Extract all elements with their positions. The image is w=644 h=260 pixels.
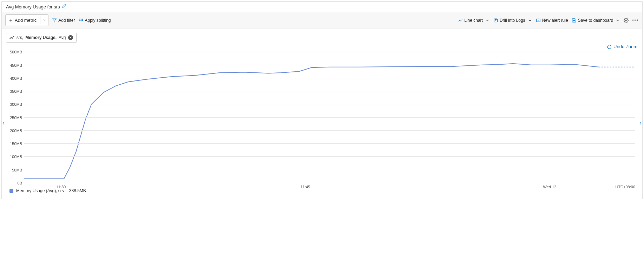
chart-nav-left[interactable]	[1, 121, 6, 127]
y-gridline: 150MB	[24, 143, 635, 144]
svg-point-9	[10, 38, 11, 39]
svg-point-10	[11, 37, 12, 38]
undo-icon	[607, 44, 612, 49]
y-tick-label: 200MB	[5, 129, 22, 133]
x-tick-label: Wed 12	[543, 185, 557, 189]
x-tick-label: 11:30	[56, 185, 66, 189]
undo-zoom-label: Undo Zoom	[613, 44, 637, 49]
panel-title: Avg Memory Usage for srs	[6, 4, 60, 9]
undo-zoom-button[interactable]: Undo Zoom	[607, 44, 637, 49]
toolbar-left: Add metric Add filter Apply splitting	[5, 14, 111, 26]
svg-point-3	[79, 20, 80, 21]
svg-point-5	[82, 20, 83, 21]
y-tick-label: 250MB	[5, 116, 22, 120]
add-metric-label: Add metric	[15, 18, 37, 23]
y-tick-label: 50MB	[5, 168, 22, 172]
y-tick-label: 450MB	[5, 63, 22, 67]
y-gridline: 50MB	[24, 170, 635, 170]
more-button[interactable]: •••	[632, 18, 639, 23]
y-tick-label: 350MB	[5, 89, 22, 93]
y-gridline: 450MB	[24, 65, 635, 65]
panel-header: Avg Memory Usage for srs	[2, 2, 642, 12]
chip-metric: Memory Usage,	[25, 35, 57, 40]
apply-splitting-button[interactable]: Apply splitting	[79, 18, 111, 23]
chart-type-button[interactable]: Line chart	[458, 18, 490, 23]
svg-point-12	[13, 36, 14, 37]
chip-aggregation: Avg	[59, 35, 66, 40]
chart-toolbar: Add metric Add filter Apply splitting Li…	[2, 12, 642, 28]
chart-area: UTC+08:00 0B50MB100MB150MB200MB250MB300M…	[2, 49, 642, 199]
y-gridline: 100MB	[24, 156, 635, 157]
chart-nav-right[interactable]	[638, 121, 643, 127]
legend-label: Memory Usage (Avg), srs	[16, 188, 64, 193]
legend-value: 388.5MB	[67, 188, 86, 193]
metric-chip-icon	[9, 35, 14, 40]
chart-plot[interactable]: UTC+08:00 0B50MB100MB150MB200MB250MB300M…	[24, 49, 635, 183]
y-tick-label: 500MB	[5, 50, 22, 54]
chip-remove-icon[interactable]: ✕	[68, 35, 73, 40]
y-tick-label: 300MB	[5, 102, 22, 106]
new-alert-label: New alert rule	[542, 18, 568, 23]
y-tick-label: 100MB	[5, 155, 22, 159]
y-gridline: 400MB	[24, 78, 635, 78]
toolbar-right: Line chart Drill into Logs New alert rul…	[458, 18, 639, 23]
metric-chips-row: srs, Memory Usage, Avg ✕	[2, 28, 642, 43]
drill-logs-label: Drill into Logs	[500, 18, 525, 23]
chart-line-svg	[24, 49, 635, 183]
metric-chip[interactable]: srs, Memory Usage, Avg ✕	[6, 33, 77, 43]
save-dashboard-button[interactable]: Save to dashboard	[572, 18, 620, 23]
chip-resource: srs,	[17, 35, 23, 40]
y-tick-label: 0B	[5, 181, 22, 185]
edit-title-icon[interactable]	[61, 4, 66, 10]
y-gridline: 250MB	[24, 117, 635, 118]
svg-point-4	[81, 20, 81, 21]
y-gridline: 300MB	[24, 104, 635, 104]
y-gridline: 350MB	[24, 91, 635, 91]
metrics-panel: Avg Memory Usage for srs Add metric Add …	[1, 1, 643, 199]
svg-point-2	[82, 19, 83, 19]
add-filter-button[interactable]: Add filter	[52, 18, 75, 23]
x-tick-label: 11:45	[301, 185, 310, 189]
undo-zoom-row: Undo Zoom	[2, 43, 642, 49]
y-gridline: 0B	[24, 183, 635, 183]
y-tick-label: 400MB	[5, 76, 22, 80]
y-gridline: 200MB	[24, 130, 635, 131]
add-filter-label: Add filter	[58, 18, 75, 23]
svg-point-8	[626, 20, 627, 21]
add-metric-button[interactable]: Add metric	[5, 14, 48, 26]
apply-splitting-label: Apply splitting	[85, 18, 111, 23]
timezone-label: UTC+08:00	[615, 185, 635, 189]
chart-type-label: Line chart	[464, 18, 483, 23]
new-alert-button[interactable]: New alert rule	[536, 18, 568, 23]
svg-point-11	[12, 38, 13, 39]
y-gridline: 500MB	[24, 52, 635, 52]
svg-point-1	[81, 19, 81, 19]
y-tick-label: 150MB	[5, 142, 22, 146]
save-dashboard-label: Save to dashboard	[578, 18, 613, 23]
legend-swatch	[9, 189, 13, 193]
drill-logs-button[interactable]: Drill into Logs	[493, 18, 532, 23]
settings-button[interactable]	[624, 18, 629, 23]
add-metric-dropdown[interactable]	[40, 16, 48, 24]
svg-point-0	[79, 19, 80, 19]
